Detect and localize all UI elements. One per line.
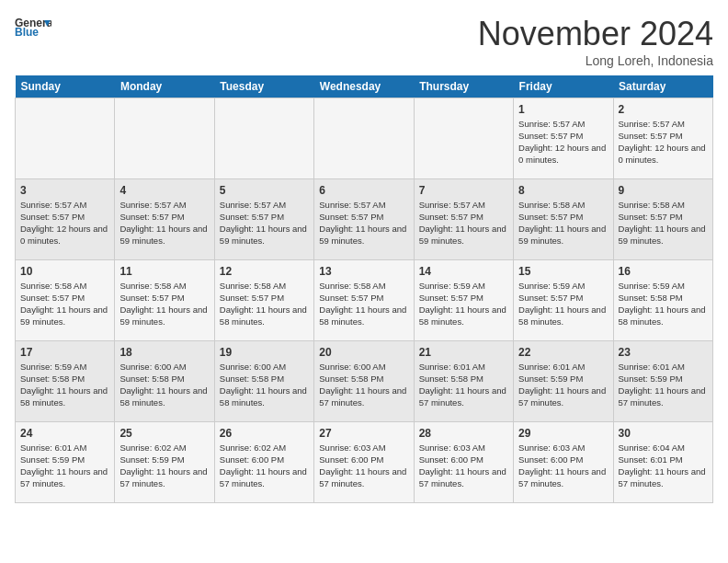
calendar-day-cell: 15Sunrise: 5:59 AM Sunset: 5:57 PM Dayli… — [514, 260, 613, 341]
day-info: Sunrise: 5:58 AM Sunset: 5:57 PM Dayligh… — [119, 281, 209, 327]
day-info: Sunrise: 6:02 AM Sunset: 5:59 PM Dayligh… — [119, 442, 209, 489]
weekday-header-cell: Wednesday — [314, 75, 414, 98]
day-info: Sunrise: 5:57 AM Sunset: 5:57 PM Dayligh… — [119, 200, 209, 247]
calendar-day-cell — [214, 98, 313, 179]
day-number: 24 — [20, 426, 109, 441]
day-number: 30 — [619, 426, 708, 441]
weekday-header-cell: Tuesday — [214, 75, 313, 98]
page-header: General Blue November 2024 Long Loreh, I… — [15, 15, 713, 68]
calendar-day-cell — [414, 98, 513, 179]
weekday-header-cell: Saturday — [613, 75, 712, 98]
calendar-day-cell: 3Sunrise: 5:57 AM Sunset: 5:57 PM Daylig… — [16, 179, 115, 260]
weekday-header-cell: Thursday — [414, 75, 513, 98]
day-info: Sunrise: 6:01 AM Sunset: 5:59 PM Dayligh… — [518, 362, 608, 408]
day-number: 14 — [419, 264, 508, 279]
day-info: Sunrise: 5:59 AM Sunset: 5:57 PM Dayligh… — [518, 281, 608, 327]
calendar-day-cell: 10Sunrise: 5:58 AM Sunset: 5:57 PM Dayli… — [16, 260, 115, 341]
day-info: Sunrise: 6:00 AM Sunset: 5:58 PM Dayligh… — [119, 362, 209, 408]
calendar-day-cell: 22Sunrise: 6:01 AM Sunset: 5:59 PM Dayli… — [514, 341, 613, 422]
calendar-day-cell: 18Sunrise: 6:00 AM Sunset: 5:58 PM Dayli… — [115, 341, 214, 422]
day-number: 10 — [20, 264, 109, 279]
weekday-header-row: SundayMondayTuesdayWednesdayThursdayFrid… — [16, 75, 713, 98]
day-info: Sunrise: 6:02 AM Sunset: 6:00 PM Dayligh… — [220, 442, 309, 489]
day-info: Sunrise: 5:58 AM Sunset: 5:57 PM Dayligh… — [20, 281, 109, 327]
day-number: 26 — [220, 426, 309, 441]
day-number: 6 — [319, 183, 408, 198]
day-info: Sunrise: 5:57 AM Sunset: 5:57 PM Dayligh… — [319, 200, 408, 247]
month-title: November 2024 — [478, 15, 713, 53]
day-info: Sunrise: 6:03 AM Sunset: 6:00 PM Dayligh… — [419, 442, 508, 489]
day-number: 9 — [619, 183, 708, 198]
calendar-day-cell: 28Sunrise: 6:03 AM Sunset: 6:00 PM Dayli… — [414, 422, 513, 503]
day-number: 27 — [319, 426, 408, 441]
day-number: 29 — [518, 426, 608, 441]
calendar-day-cell: 7Sunrise: 5:57 AM Sunset: 5:57 PM Daylig… — [414, 179, 513, 260]
day-number: 21 — [419, 345, 508, 360]
weekday-header-cell: Sunday — [16, 75, 115, 98]
day-number: 22 — [518, 345, 608, 360]
day-info: Sunrise: 5:59 AM Sunset: 5:58 PM Dayligh… — [619, 281, 708, 327]
calendar-week-row: 1Sunrise: 5:57 AM Sunset: 5:57 PM Daylig… — [16, 98, 713, 179]
logo: General Blue — [15, 15, 51, 40]
calendar-day-cell: 29Sunrise: 6:03 AM Sunset: 6:00 PM Dayli… — [514, 422, 613, 503]
day-info: Sunrise: 6:01 AM Sunset: 5:59 PM Dayligh… — [619, 362, 708, 408]
svg-text:Blue: Blue — [15, 26, 39, 39]
calendar-day-cell: 19Sunrise: 6:00 AM Sunset: 5:58 PM Dayli… — [214, 341, 313, 422]
calendar-day-cell: 23Sunrise: 6:01 AM Sunset: 5:59 PM Dayli… — [613, 341, 712, 422]
calendar-day-cell: 8Sunrise: 5:58 AM Sunset: 5:57 PM Daylig… — [514, 179, 613, 260]
calendar-day-cell: 30Sunrise: 6:04 AM Sunset: 6:01 PM Dayli… — [613, 422, 712, 503]
day-info: Sunrise: 5:59 AM Sunset: 5:58 PM Dayligh… — [20, 362, 109, 408]
day-info: Sunrise: 5:58 AM Sunset: 5:57 PM Dayligh… — [319, 281, 408, 327]
day-number: 18 — [119, 345, 209, 360]
calendar-day-cell: 9Sunrise: 5:58 AM Sunset: 5:57 PM Daylig… — [613, 179, 712, 260]
day-info: Sunrise: 5:58 AM Sunset: 5:57 PM Dayligh… — [619, 200, 708, 247]
calendar-table: SundayMondayTuesdayWednesdayThursdayFrid… — [15, 75, 713, 503]
calendar-day-cell: 1Sunrise: 5:57 AM Sunset: 5:57 PM Daylig… — [514, 98, 613, 179]
day-info: Sunrise: 6:00 AM Sunset: 5:58 PM Dayligh… — [319, 362, 408, 408]
day-number: 19 — [220, 345, 309, 360]
calendar-day-cell: 11Sunrise: 5:58 AM Sunset: 5:57 PM Dayli… — [115, 260, 214, 341]
day-number: 1 — [518, 102, 608, 117]
calendar-week-row: 17Sunrise: 5:59 AM Sunset: 5:58 PM Dayli… — [16, 341, 713, 422]
calendar-day-cell: 6Sunrise: 5:57 AM Sunset: 5:57 PM Daylig… — [314, 179, 414, 260]
calendar-day-cell: 13Sunrise: 5:58 AM Sunset: 5:57 PM Dayli… — [314, 260, 414, 341]
day-number: 13 — [319, 264, 408, 279]
day-number: 17 — [20, 345, 109, 360]
day-number: 4 — [119, 183, 209, 198]
calendar-day-cell — [115, 98, 214, 179]
day-number: 2 — [619, 102, 708, 117]
logo-icon: General Blue — [15, 15, 51, 40]
calendar-week-row: 3Sunrise: 5:57 AM Sunset: 5:57 PM Daylig… — [16, 179, 713, 260]
weekday-header-cell: Monday — [115, 75, 214, 98]
day-info: Sunrise: 5:57 AM Sunset: 5:57 PM Dayligh… — [20, 200, 109, 247]
day-number: 23 — [619, 345, 708, 360]
day-info: Sunrise: 6:01 AM Sunset: 5:58 PM Dayligh… — [419, 362, 508, 408]
calendar-day-cell: 24Sunrise: 6:01 AM Sunset: 5:59 PM Dayli… — [16, 422, 115, 503]
calendar-day-cell: 16Sunrise: 5:59 AM Sunset: 5:58 PM Dayli… — [613, 260, 712, 341]
day-info: Sunrise: 5:58 AM Sunset: 5:57 PM Dayligh… — [518, 200, 608, 247]
calendar-day-cell: 21Sunrise: 6:01 AM Sunset: 5:58 PM Dayli… — [414, 341, 513, 422]
calendar-day-cell: 20Sunrise: 6:00 AM Sunset: 5:58 PM Dayli… — [314, 341, 414, 422]
location: Long Loreh, Indonesia — [478, 53, 713, 68]
day-info: Sunrise: 5:57 AM Sunset: 5:57 PM Dayligh… — [619, 119, 708, 166]
calendar-day-cell: 12Sunrise: 5:58 AM Sunset: 5:57 PM Dayli… — [214, 260, 313, 341]
calendar-day-cell: 14Sunrise: 5:59 AM Sunset: 5:57 PM Dayli… — [414, 260, 513, 341]
calendar-day-cell: 2Sunrise: 5:57 AM Sunset: 5:57 PM Daylig… — [613, 98, 712, 179]
day-info: Sunrise: 6:03 AM Sunset: 6:00 PM Dayligh… — [518, 442, 608, 489]
calendar-body: 1Sunrise: 5:57 AM Sunset: 5:57 PM Daylig… — [16, 98, 713, 503]
day-info: Sunrise: 6:04 AM Sunset: 6:01 PM Dayligh… — [619, 442, 708, 489]
weekday-header-cell: Friday — [514, 75, 613, 98]
day-number: 16 — [619, 264, 708, 279]
day-number: 15 — [518, 264, 608, 279]
day-number: 25 — [119, 426, 209, 441]
calendar-week-row: 10Sunrise: 5:58 AM Sunset: 5:57 PM Dayli… — [16, 260, 713, 341]
day-info: Sunrise: 6:00 AM Sunset: 5:58 PM Dayligh… — [220, 362, 309, 408]
day-number: 28 — [419, 426, 508, 441]
day-info: Sunrise: 5:58 AM Sunset: 5:57 PM Dayligh… — [220, 281, 309, 327]
day-number: 7 — [419, 183, 508, 198]
day-number: 12 — [220, 264, 309, 279]
day-info: Sunrise: 6:03 AM Sunset: 6:00 PM Dayligh… — [319, 442, 408, 489]
calendar-day-cell: 17Sunrise: 5:59 AM Sunset: 5:58 PM Dayli… — [16, 341, 115, 422]
day-number: 8 — [518, 183, 608, 198]
day-number: 11 — [119, 264, 209, 279]
